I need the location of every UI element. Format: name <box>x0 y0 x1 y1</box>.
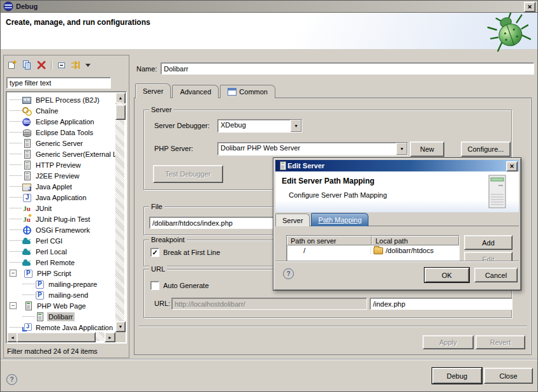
scroll-down-icon[interactable]: ▼ <box>115 321 126 332</box>
filter-input[interactable] <box>6 77 111 89</box>
tree-connector <box>10 99 22 101</box>
config-tabs: Server Advanced Common <box>135 84 277 98</box>
revert-button[interactable]: Revert <box>476 335 525 349</box>
duplicate-launch-config-icon[interactable] <box>21 60 33 71</box>
help-icon[interactable]: ? <box>6 374 17 385</box>
break-first-line-checkbox[interactable]: ✓ <box>150 248 159 257</box>
tree-connector <box>22 294 34 296</box>
tree-item[interactable]: −PHP Web Page <box>7 300 115 311</box>
tree-connector <box>22 284 34 285</box>
table-icon <box>228 88 236 96</box>
tree-connector <box>10 154 22 155</box>
tree-item[interactable]: JuJUnit Plug-in Test <box>7 214 115 224</box>
tree-item[interactable]: JuJUnit <box>7 203 115 214</box>
chevron-down-icon[interactable]: ▼ <box>290 120 302 132</box>
debug-configurations-window: Debug ✕ Create, manage, and run configur… <box>0 0 538 392</box>
tree-item[interactable]: OSGi Framework <box>7 224 115 235</box>
tree-item[interactable]: mailing-send <box>7 289 115 300</box>
tree-item[interactable]: Generic Server(External La <box>7 149 115 159</box>
filter-status-text: Filter matched 24 of 24 items <box>7 347 98 355</box>
tree-item-label: mailing-send <box>47 291 89 300</box>
delete-launch-config-icon[interactable] <box>36 60 47 71</box>
tab-page-divider <box>138 326 527 326</box>
new-server-button[interactable]: New <box>410 142 444 157</box>
apply-button[interactable]: Apply <box>423 335 474 349</box>
dialog-close-button[interactable]: ✕ <box>506 161 518 171</box>
new-launch-config-icon[interactable] <box>6 60 18 71</box>
scroll-thumb[interactable] <box>17 332 96 342</box>
tree-item-label: Eclipse Application <box>34 117 96 126</box>
breakpoint-group-title: Breakpoint <box>149 236 187 243</box>
window-close-button[interactable]: ✕ <box>524 2 535 12</box>
test-debugger-button[interactable]: Test Debugger <box>153 165 223 183</box>
toolbar-separator <box>51 61 52 70</box>
add-mapping-button[interactable]: Add <box>464 235 513 250</box>
tree-vertical-scrollbar[interactable]: ▲ ▼ <box>115 92 126 332</box>
collapse-all-icon[interactable] <box>55 60 67 71</box>
tree-connector <box>10 240 22 242</box>
help-icon[interactable]: ? <box>283 268 294 279</box>
path-mapping-row[interactable]: //dolibarr/htdocs <box>287 245 459 256</box>
chain-icon <box>22 106 32 116</box>
tree-connector <box>10 208 22 209</box>
close-button[interactable]: Close <box>484 368 533 384</box>
tree-connector <box>10 132 22 133</box>
ok-button[interactable]: OK <box>425 268 469 282</box>
tab-common[interactable]: Common <box>220 85 275 98</box>
dialog-tab-path-mapping[interactable]: Path Mapping <box>311 213 368 226</box>
php-icon <box>34 279 45 289</box>
tree-item[interactable]: Java Application <box>7 192 115 203</box>
debug-button[interactable]: Debug <box>432 368 482 384</box>
view-menu-chevron-icon[interactable] <box>85 60 91 71</box>
tree-item[interactable]: BPEL Process (B2J) <box>7 94 115 105</box>
collapse-minus-icon[interactable]: − <box>10 270 17 277</box>
tree-item[interactable]: Perl Remote <box>7 257 115 268</box>
scroll-thumb[interactable] <box>115 105 126 120</box>
scroll-right-icon[interactable]: ► <box>105 332 115 342</box>
tree-item[interactable]: Java Applet <box>7 181 115 192</box>
url-label: URL: <box>154 300 170 307</box>
server-debugger-select[interactable]: XDebug ▼ <box>217 119 302 133</box>
php-server-select[interactable]: Dolibarr PHP Web Server ▼ <box>217 142 408 156</box>
url-path-input[interactable] <box>370 298 513 310</box>
tree-item[interactable]: Remote Java Application <box>7 322 115 332</box>
tree-item[interactable]: Dolibarr <box>7 311 115 322</box>
configure-server-button[interactable]: Configure... <box>461 142 511 157</box>
config-name-input[interactable] <box>161 62 534 75</box>
tree-connector <box>10 121 22 122</box>
tree-item[interactable]: Chaîne <box>7 105 115 116</box>
tree-connector <box>10 327 22 328</box>
server-green-icon <box>34 312 45 322</box>
url-group-title: URL <box>149 265 167 273</box>
tab-advanced[interactable]: Advanced <box>172 85 219 98</box>
dialog-tab-server[interactable]: Server <box>275 214 310 226</box>
tree-item[interactable]: −PHP Script <box>7 268 115 279</box>
tree-item[interactable]: Perl Local <box>7 246 115 257</box>
filter-launch-configs-icon[interactable] <box>70 60 82 71</box>
tab-label: Common <box>239 88 268 96</box>
tab-server[interactable]: Server <box>135 83 171 98</box>
tree-item[interactable]: HTTP Preview <box>7 159 115 170</box>
php-server-value: Dolibarr PHP Web Server <box>218 143 396 155</box>
column-header-path-on-server[interactable]: Path on server <box>287 236 372 245</box>
tree-item[interactable]: Generic Server <box>7 138 115 149</box>
url-base-input[interactable] <box>171 298 367 310</box>
column-header-local-path[interactable]: Local path <box>372 236 459 245</box>
chevron-down-icon[interactable]: ▼ <box>396 143 407 155</box>
tree-item[interactable]: J2EE Preview <box>7 170 115 181</box>
tree-connector <box>10 143 22 144</box>
scroll-track[interactable] <box>115 102 124 323</box>
tree-item[interactable]: Perl CGI <box>7 235 115 246</box>
cancel-button[interactable]: Cancel <box>474 268 518 282</box>
auto-generate-checkbox[interactable] <box>150 281 159 290</box>
button-label: New <box>420 145 434 153</box>
name-label: Name: <box>136 65 157 73</box>
tree-item-label: Eclipse Data Tools <box>34 128 94 137</box>
tree-item[interactable]: Eclipse Data Tools <box>7 127 115 138</box>
tree-item-label: Generic Server(External La <box>34 150 115 159</box>
tree-item[interactable]: mailing-prepare <box>7 279 115 289</box>
tree-item[interactable]: Eclipse Application <box>7 116 115 127</box>
button-label: Apply <box>439 338 457 346</box>
tree-horizontal-scrollbar[interactable]: ◄ ► <box>7 332 115 342</box>
collapse-minus-icon[interactable]: − <box>10 302 17 309</box>
